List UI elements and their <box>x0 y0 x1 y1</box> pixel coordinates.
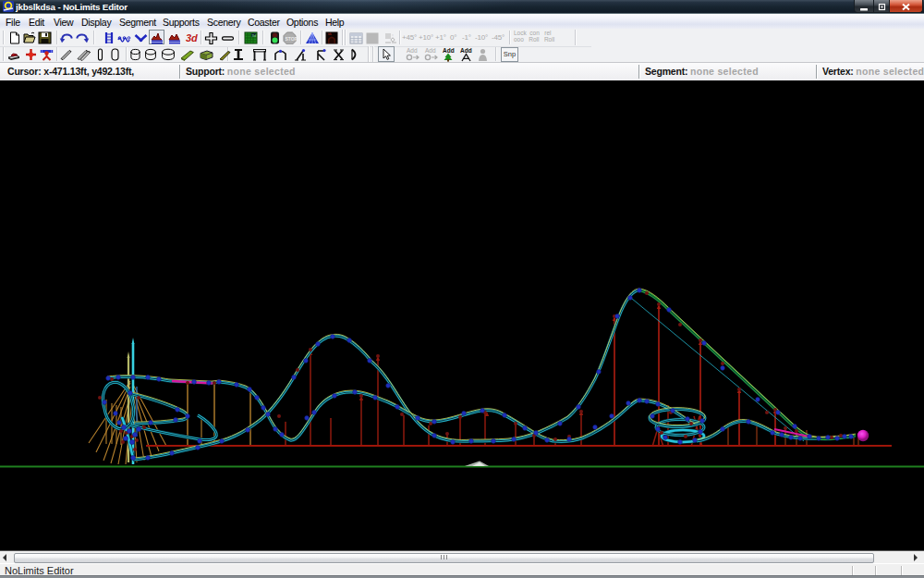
svg-text:3d: 3d <box>252 33 256 38</box>
svg-text:°: ° <box>392 33 394 38</box>
svg-text:Add: Add <box>407 47 418 54</box>
svg-text:STOP: STOP <box>285 36 297 42</box>
svg-text:trk: trk <box>328 32 332 36</box>
svg-text:Add: Add <box>443 47 455 54</box>
svg-text:Add: Add <box>425 47 436 54</box>
svg-text:Add: Add <box>460 47 472 54</box>
